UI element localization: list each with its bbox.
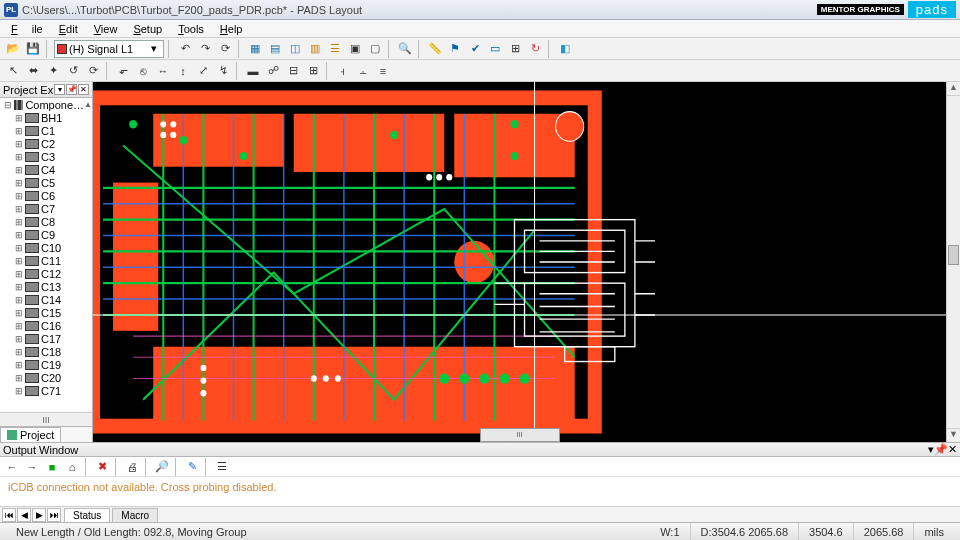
tree-root[interactable]: ⊟Compone…▲ xyxy=(0,98,92,111)
tree-item[interactable]: ⊞C5 xyxy=(0,176,92,189)
cam-icon[interactable]: ▣ xyxy=(346,40,364,58)
tab-prev-icon[interactable]: ◀ xyxy=(17,508,31,522)
undo-icon[interactable]: ↶ xyxy=(176,40,194,58)
tree-item[interactable]: ⊞C15 xyxy=(0,306,92,319)
pcb-canvas[interactable]: III xyxy=(93,82,946,442)
menu-setup[interactable]: Setup xyxy=(126,22,169,36)
scroll-track[interactable] xyxy=(947,96,960,428)
tab-status[interactable]: Status xyxy=(64,508,110,522)
tab-first-icon[interactable]: ⏮ xyxy=(2,508,16,522)
scroll-up-icon[interactable]: ▲ xyxy=(947,82,960,96)
nav-fwd-icon[interactable]: → xyxy=(23,458,41,476)
expand-icon[interactable]: ⊞ xyxy=(14,230,23,240)
collapse-icon[interactable]: ⊟ xyxy=(4,100,12,110)
tree-item[interactable]: ⊞C71 xyxy=(0,384,92,397)
tree-item[interactable]: ⊞C3 xyxy=(0,150,92,163)
save-icon[interactable]: 💾 xyxy=(24,40,42,58)
tree-item[interactable]: ⊞C1 xyxy=(0,124,92,137)
expand-icon[interactable]: ⊞ xyxy=(14,347,23,357)
tile-icon[interactable]: ⊞ xyxy=(506,40,524,58)
expand-icon[interactable]: ⊞ xyxy=(14,386,23,396)
expand-icon[interactable]: ⊞ xyxy=(14,360,23,370)
expand-icon[interactable]: ⊞ xyxy=(14,308,23,318)
menu-tools[interactable]: Tools xyxy=(171,22,211,36)
dropdown-icon[interactable]: ▾ xyxy=(54,84,65,95)
tree-item[interactable]: ⊞C6 xyxy=(0,189,92,202)
rotate-icon[interactable]: ⟳ xyxy=(84,62,102,80)
radial-icon[interactable]: ✦ xyxy=(44,62,62,80)
tree-item[interactable]: ⊞C2 xyxy=(0,137,92,150)
list-icon[interactable]: ☰ xyxy=(213,458,231,476)
redo-icon[interactable]: ↷ xyxy=(196,40,214,58)
canvas-vscroll[interactable]: ▲ ▼ xyxy=(946,82,960,442)
window-toggle-icon[interactable]: ◧ xyxy=(556,40,574,58)
split-icon[interactable]: ⎋ xyxy=(134,62,152,80)
close-icon[interactable]: ✕ xyxy=(78,84,89,95)
expand-icon[interactable]: ⊞ xyxy=(14,282,23,292)
delete-icon[interactable]: ✖ xyxy=(93,458,111,476)
expand-icon[interactable]: ⊞ xyxy=(14,373,23,383)
menu-edit[interactable]: Edit xyxy=(52,22,85,36)
array-icon[interactable]: ⊞ xyxy=(304,62,322,80)
tree-item[interactable]: ⊞C9 xyxy=(0,228,92,241)
print-icon[interactable]: 🖨 xyxy=(123,458,141,476)
expand-icon[interactable]: ⊞ xyxy=(14,152,23,162)
display-icon[interactable]: ▭ xyxy=(486,40,504,58)
stack-icon[interactable]: ☰ xyxy=(326,40,344,58)
align-l-icon[interactable]: ⫞ xyxy=(334,62,352,80)
zoom-icon[interactable]: 🔍 xyxy=(396,40,414,58)
output-body[interactable]: iCDB connection not available. Cross pro… xyxy=(0,477,960,506)
component-tree[interactable]: ⊟Compone…▲⊞BH1⊞C1⊞C2⊞C3⊞C4⊞C5⊞C6⊞C7⊞C8⊞C… xyxy=(0,98,92,412)
tree-hscroll[interactable]: III xyxy=(0,412,92,426)
expand-icon[interactable]: ⊞ xyxy=(14,191,23,201)
layout-icon[interactable]: ▦ xyxy=(246,40,264,58)
tree-item[interactable]: ⊞C11 xyxy=(0,254,92,267)
expand-icon[interactable]: ⊞ xyxy=(14,165,23,175)
tree-item[interactable]: ⊞C16 xyxy=(0,319,92,332)
dim-v-icon[interactable]: ↕ xyxy=(174,62,192,80)
board-icon[interactable]: ▤ xyxy=(266,40,284,58)
dim-h-icon[interactable]: ↔ xyxy=(154,62,172,80)
select-icon[interactable]: ↖ xyxy=(4,62,22,80)
highlight-icon[interactable]: ⚑ xyxy=(446,40,464,58)
expand-icon[interactable]: ⊞ xyxy=(14,204,23,214)
layer-combo-value[interactable] xyxy=(69,43,149,55)
nav-back-icon[interactable]: ← xyxy=(3,458,21,476)
expand-icon[interactable]: ⊞ xyxy=(14,126,23,136)
output-icon[interactable]: ▢ xyxy=(366,40,384,58)
corner-icon[interactable]: ⬐ xyxy=(114,62,132,80)
tree-item[interactable]: ⊞C8 xyxy=(0,215,92,228)
tab-next-icon[interactable]: ▶ xyxy=(32,508,46,522)
tree-item[interactable]: ⊞C7 xyxy=(0,202,92,215)
tree-item[interactable]: ⊞C13 xyxy=(0,280,92,293)
expand-icon[interactable]: ⊞ xyxy=(14,295,23,305)
tree-item[interactable]: ⊞C14 xyxy=(0,293,92,306)
expand-icon[interactable]: ⊞ xyxy=(14,113,23,123)
stop-icon[interactable]: ■ xyxy=(43,458,61,476)
tree-item[interactable]: ⊞BH1 xyxy=(0,111,92,124)
order-icon[interactable]: ≡ xyxy=(374,62,392,80)
tree-item[interactable]: ⊞C12 xyxy=(0,267,92,280)
copy-icon[interactable]: ✎ xyxy=(183,458,201,476)
output-close-icon[interactable]: ✕ xyxy=(948,443,957,456)
expand-icon[interactable]: ⊞ xyxy=(14,139,23,149)
tree-item[interactable]: ⊞C18 xyxy=(0,345,92,358)
layers-icon[interactable]: ▥ xyxy=(306,40,324,58)
align-r-icon[interactable]: ⫠ xyxy=(354,62,372,80)
cycle-icon[interactable]: ⟳ xyxy=(216,40,234,58)
expand-icon[interactable]: ⊞ xyxy=(14,243,23,253)
tree-item[interactable]: ⊞C19 xyxy=(0,358,92,371)
tree-item[interactable]: ⊞C20 xyxy=(0,371,92,384)
expand-icon[interactable]: ⊞ xyxy=(14,269,23,279)
refresh-icon[interactable]: ↻ xyxy=(526,40,544,58)
expand-icon[interactable]: ⊞ xyxy=(14,217,23,227)
check-icon[interactable]: ✔ xyxy=(466,40,484,58)
dim-a-icon[interactable]: ⤢ xyxy=(194,62,212,80)
canvas-hscroll[interactable]: III xyxy=(480,428,560,442)
move-icon[interactable]: ⬌ xyxy=(24,62,42,80)
tree-item[interactable]: ⊞C4 xyxy=(0,163,92,176)
tree-item[interactable]: ⊞C17 xyxy=(0,332,92,345)
output-pin-icon[interactable]: 📌 xyxy=(934,443,948,456)
menu-view[interactable]: View xyxy=(87,22,125,36)
menu-file[interactable]: File xyxy=(4,22,50,36)
